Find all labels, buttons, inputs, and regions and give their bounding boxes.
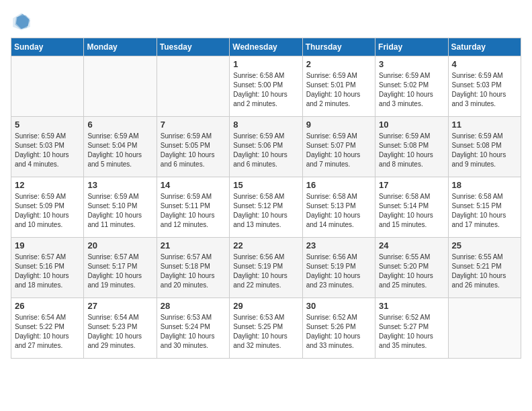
logo-icon — [11, 11, 32, 32]
header-cell-wednesday: Wednesday — [230, 38, 302, 56]
calendar-cell: 18Sunrise: 6:58 AM Sunset: 5:15 PM Dayli… — [448, 177, 521, 238]
calendar-cell: 29Sunrise: 6:53 AM Sunset: 5:25 PM Dayli… — [230, 298, 302, 359]
calendar-cell: 13Sunrise: 6:59 AM Sunset: 5:10 PM Dayli… — [84, 177, 157, 238]
calendar-cell: 24Sunrise: 6:55 AM Sunset: 5:20 PM Dayli… — [375, 238, 448, 298]
calendar-cell — [84, 56, 157, 117]
week-row-2: 5Sunrise: 6:59 AM Sunset: 5:03 PM Daylig… — [11, 117, 521, 177]
day-info: Sunrise: 6:52 AM Sunset: 5:27 PM Dayligh… — [379, 313, 444, 351]
day-number: 28 — [161, 301, 226, 311]
header-cell-thursday: Thursday — [302, 38, 375, 56]
day-info: Sunrise: 6:59 AM Sunset: 5:03 PM Dayligh… — [15, 132, 80, 169]
day-number: 5 — [15, 120, 80, 130]
day-info: Sunrise: 6:58 AM Sunset: 5:15 PM Dayligh… — [452, 192, 517, 230]
day-info: Sunrise: 6:58 AM Sunset: 5:13 PM Dayligh… — [306, 192, 371, 230]
day-info: Sunrise: 6:59 AM Sunset: 5:01 PM Dayligh… — [306, 71, 371, 109]
calendar-cell: 6Sunrise: 6:59 AM Sunset: 5:04 PM Daylig… — [84, 117, 157, 177]
calendar-cell: 28Sunrise: 6:53 AM Sunset: 5:24 PM Dayli… — [157, 298, 229, 359]
day-info: Sunrise: 6:58 AM Sunset: 5:14 PM Dayligh… — [379, 192, 444, 230]
day-number: 14 — [161, 180, 226, 190]
day-number: 24 — [379, 240, 444, 250]
day-info: Sunrise: 6:59 AM Sunset: 5:08 PM Dayligh… — [452, 132, 517, 169]
calendar-cell: 12Sunrise: 6:59 AM Sunset: 5:09 PM Dayli… — [11, 177, 84, 238]
day-info: Sunrise: 6:53 AM Sunset: 5:24 PM Dayligh… — [161, 313, 226, 351]
calendar-cell: 30Sunrise: 6:52 AM Sunset: 5:26 PM Dayli… — [302, 298, 375, 359]
day-number: 19 — [15, 240, 80, 250]
week-row-5: 26Sunrise: 6:54 AM Sunset: 5:22 PM Dayli… — [11, 298, 521, 359]
day-info: Sunrise: 6:58 AM Sunset: 5:12 PM Dayligh… — [233, 192, 298, 230]
day-info: Sunrise: 6:54 AM Sunset: 5:23 PM Dayligh… — [87, 313, 152, 351]
calendar-cell: 15Sunrise: 6:58 AM Sunset: 5:12 PM Dayli… — [230, 177, 302, 238]
day-number: 6 — [87, 120, 152, 130]
calendar-cell: 21Sunrise: 6:57 AM Sunset: 5:18 PM Dayli… — [157, 238, 229, 298]
calendar-cell: 4Sunrise: 6:59 AM Sunset: 5:03 PM Daylig… — [448, 56, 521, 117]
day-number: 20 — [87, 240, 152, 250]
day-info: Sunrise: 6:57 AM Sunset: 5:18 PM Dayligh… — [161, 253, 226, 290]
calendar-cell — [157, 56, 229, 117]
day-info: Sunrise: 6:59 AM Sunset: 5:06 PM Dayligh… — [233, 132, 298, 169]
page-header — [11, 11, 521, 32]
calendar-cell: 7Sunrise: 6:59 AM Sunset: 5:05 PM Daylig… — [157, 117, 229, 177]
day-info: Sunrise: 6:57 AM Sunset: 5:16 PM Dayligh… — [15, 253, 80, 290]
header-row: SundayMondayTuesdayWednesdayThursdayFrid… — [11, 38, 521, 56]
day-number: 23 — [306, 240, 371, 250]
day-info: Sunrise: 6:59 AM Sunset: 5:11 PM Dayligh… — [161, 192, 226, 230]
calendar-cell: 22Sunrise: 6:56 AM Sunset: 5:19 PM Dayli… — [230, 238, 302, 298]
day-number: 18 — [452, 180, 517, 190]
day-number: 31 — [379, 301, 444, 311]
calendar-cell: 26Sunrise: 6:54 AM Sunset: 5:22 PM Dayli… — [11, 298, 84, 359]
calendar-cell — [11, 56, 84, 117]
calendar-cell: 2Sunrise: 6:59 AM Sunset: 5:01 PM Daylig… — [302, 56, 375, 117]
day-number: 16 — [306, 180, 371, 190]
header-cell-monday: Monday — [84, 38, 157, 56]
calendar-cell: 14Sunrise: 6:59 AM Sunset: 5:11 PM Dayli… — [157, 177, 229, 238]
calendar-cell: 31Sunrise: 6:52 AM Sunset: 5:27 PM Dayli… — [375, 298, 448, 359]
day-number: 25 — [452, 240, 517, 250]
day-info: Sunrise: 6:53 AM Sunset: 5:25 PM Dayligh… — [233, 313, 298, 351]
day-info: Sunrise: 6:59 AM Sunset: 5:08 PM Dayligh… — [379, 132, 444, 169]
calendar-cell: 9Sunrise: 6:59 AM Sunset: 5:07 PM Daylig… — [302, 117, 375, 177]
calendar-cell: 11Sunrise: 6:59 AM Sunset: 5:08 PM Dayli… — [448, 117, 521, 177]
header-cell-saturday: Saturday — [448, 38, 521, 56]
calendar-header: SundayMondayTuesdayWednesdayThursdayFrid… — [11, 38, 521, 56]
day-number: 4 — [452, 59, 517, 69]
day-info: Sunrise: 6:55 AM Sunset: 5:20 PM Dayligh… — [379, 253, 444, 290]
day-info: Sunrise: 6:59 AM Sunset: 5:05 PM Dayligh… — [161, 132, 226, 169]
day-number: 13 — [87, 180, 152, 190]
day-number: 15 — [233, 180, 298, 190]
calendar-cell: 20Sunrise: 6:57 AM Sunset: 5:17 PM Dayli… — [84, 238, 157, 298]
header-cell-friday: Friday — [375, 38, 448, 56]
day-number: 27 — [87, 301, 152, 311]
day-info: Sunrise: 6:57 AM Sunset: 5:17 PM Dayligh… — [87, 253, 152, 290]
header-cell-tuesday: Tuesday — [157, 38, 229, 56]
day-info: Sunrise: 6:56 AM Sunset: 5:19 PM Dayligh… — [306, 253, 371, 290]
day-number: 2 — [306, 59, 371, 69]
day-info: Sunrise: 6:54 AM Sunset: 5:22 PM Dayligh… — [15, 313, 80, 351]
day-info: Sunrise: 6:52 AM Sunset: 5:26 PM Dayligh… — [306, 313, 371, 351]
day-number: 9 — [306, 120, 371, 130]
day-number: 17 — [379, 180, 444, 190]
calendar-body: 1Sunrise: 6:58 AM Sunset: 5:00 PM Daylig… — [11, 56, 521, 359]
calendar-table: SundayMondayTuesdayWednesdayThursdayFrid… — [11, 38, 521, 359]
day-number: 3 — [379, 59, 444, 69]
calendar-cell: 25Sunrise: 6:55 AM Sunset: 5:21 PM Dayli… — [448, 238, 521, 298]
day-info: Sunrise: 6:55 AM Sunset: 5:21 PM Dayligh… — [452, 253, 517, 290]
day-info: Sunrise: 6:59 AM Sunset: 5:04 PM Dayligh… — [87, 132, 152, 169]
day-info: Sunrise: 6:59 AM Sunset: 5:03 PM Dayligh… — [452, 71, 517, 109]
day-number: 30 — [306, 301, 371, 311]
calendar-cell — [448, 298, 521, 359]
calendar-cell: 16Sunrise: 6:58 AM Sunset: 5:13 PM Dayli… — [302, 177, 375, 238]
calendar-cell: 3Sunrise: 6:59 AM Sunset: 5:02 PM Daylig… — [375, 56, 448, 117]
logo — [11, 11, 35, 32]
day-number: 21 — [161, 240, 226, 250]
calendar-cell: 27Sunrise: 6:54 AM Sunset: 5:23 PM Dayli… — [84, 298, 157, 359]
day-number: 26 — [15, 301, 80, 311]
day-number: 29 — [233, 301, 298, 311]
day-number: 22 — [233, 240, 298, 250]
day-info: Sunrise: 6:59 AM Sunset: 5:02 PM Dayligh… — [379, 71, 444, 109]
day-info: Sunrise: 6:59 AM Sunset: 5:10 PM Dayligh… — [87, 192, 152, 230]
calendar-cell: 5Sunrise: 6:59 AM Sunset: 5:03 PM Daylig… — [11, 117, 84, 177]
header-cell-sunday: Sunday — [11, 38, 84, 56]
day-number: 11 — [452, 120, 517, 130]
calendar-cell: 19Sunrise: 6:57 AM Sunset: 5:16 PM Dayli… — [11, 238, 84, 298]
day-info: Sunrise: 6:59 AM Sunset: 5:09 PM Dayligh… — [15, 192, 80, 230]
